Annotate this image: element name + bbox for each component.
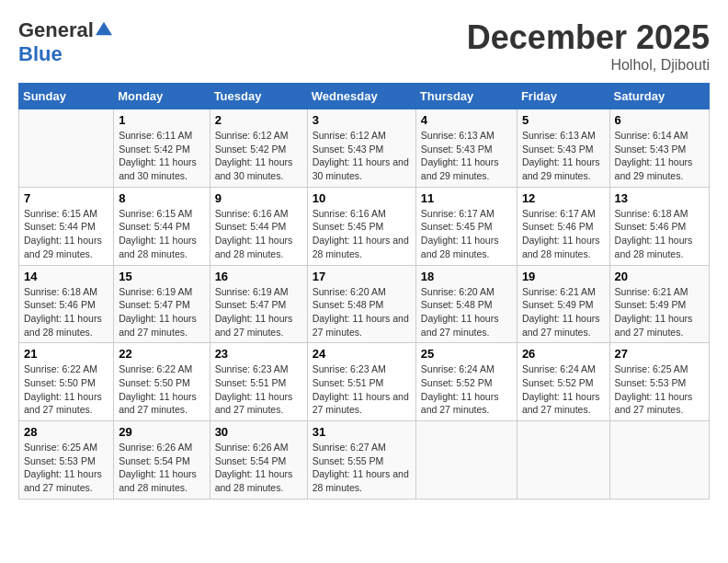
cell-info: Sunrise: 6:21 AMSunset: 5:49 PMDaylight:… — [522, 285, 605, 339]
day-number: 7 — [24, 191, 108, 205]
cell-info: Sunrise: 6:17 AMSunset: 5:46 PMDaylight:… — [522, 207, 605, 261]
cell-info: Sunrise: 6:24 AMSunset: 5:52 PMDaylight:… — [522, 362, 605, 417]
cell-info: Sunrise: 6:18 AMSunset: 5:46 PMDaylight:… — [24, 285, 108, 339]
day-number: 14 — [24, 270, 108, 283]
day-number: 29 — [119, 425, 204, 439]
day-number: 8 — [119, 191, 204, 205]
calendar-table: SundayMondayTuesdayWednesdayThursdayFrid… — [18, 83, 710, 500]
cell-info: Sunrise: 6:13 AMSunset: 5:43 PMDaylight:… — [421, 129, 512, 183]
day-number: 5 — [522, 113, 605, 127]
day-number: 22 — [119, 347, 204, 361]
day-number: 15 — [119, 270, 204, 283]
cell-info: Sunrise: 6:16 AMSunset: 5:45 PMDaylight:… — [313, 207, 411, 261]
day-header-tuesday: Tuesday — [210, 84, 307, 109]
calendar-cell — [415, 421, 517, 500]
calendar-cell: 23 Sunrise: 6:23 AMSunset: 5:51 PMDaylig… — [210, 343, 307, 421]
day-number: 9 — [215, 191, 302, 205]
calendar-cell: 9 Sunrise: 6:16 AMSunset: 5:44 PMDayligh… — [210, 187, 307, 265]
cell-info: Sunrise: 6:17 AMSunset: 5:45 PMDaylight:… — [421, 207, 512, 261]
day-number: 13 — [615, 191, 704, 205]
cell-info: Sunrise: 6:21 AMSunset: 5:49 PMDaylight:… — [615, 285, 704, 339]
calendar-cell: 8 Sunrise: 6:15 AMSunset: 5:44 PMDayligh… — [114, 187, 210, 265]
day-header-saturday: Saturday — [609, 84, 709, 109]
cell-info: Sunrise: 6:12 AMSunset: 5:43 PMDaylight:… — [313, 129, 411, 183]
calendar-cell: 27 Sunrise: 6:25 AMSunset: 5:53 PMDaylig… — [609, 343, 709, 421]
day-number: 11 — [421, 191, 512, 205]
day-header-wednesday: Wednesday — [307, 84, 415, 109]
calendar-cell — [517, 421, 609, 500]
cell-info: Sunrise: 6:20 AMSunset: 5:48 PMDaylight:… — [421, 285, 512, 339]
cell-info: Sunrise: 6:12 AMSunset: 5:42 PMDaylight:… — [215, 129, 302, 183]
cell-info: Sunrise: 6:25 AMSunset: 5:53 PMDaylight:… — [24, 441, 108, 495]
calendar-cell: 26 Sunrise: 6:24 AMSunset: 5:52 PMDaylig… — [517, 343, 609, 421]
calendar-cell: 12 Sunrise: 6:17 AMSunset: 5:46 PMDaylig… — [517, 187, 609, 265]
calendar-cell: 3 Sunrise: 6:12 AMSunset: 5:43 PMDayligh… — [307, 109, 415, 188]
calendar-cell: 13 Sunrise: 6:18 AMSunset: 5:46 PMDaylig… — [609, 187, 709, 265]
day-number: 16 — [215, 270, 302, 283]
cell-info: Sunrise: 6:23 AMSunset: 5:51 PMDaylight:… — [215, 362, 302, 417]
day-number: 30 — [215, 425, 302, 439]
svg-marker-0 — [96, 22, 112, 35]
cell-info: Sunrise: 6:24 AMSunset: 5:52 PMDaylight:… — [421, 362, 512, 417]
day-number: 31 — [313, 425, 411, 439]
month-title: December 2025 — [467, 18, 710, 57]
day-number: 23 — [215, 347, 302, 361]
calendar-cell: 10 Sunrise: 6:16 AMSunset: 5:45 PMDaylig… — [307, 187, 415, 265]
cell-info: Sunrise: 6:18 AMSunset: 5:46 PMDaylight:… — [615, 207, 704, 261]
day-number: 25 — [421, 347, 512, 361]
calendar-cell: 22 Sunrise: 6:22 AMSunset: 5:50 PMDaylig… — [114, 343, 210, 421]
day-number: 27 — [615, 347, 704, 361]
calendar-cell: 19 Sunrise: 6:21 AMSunset: 5:49 PMDaylig… — [517, 265, 609, 343]
day-number: 28 — [24, 425, 108, 439]
location: Holhol, Djibouti — [467, 57, 710, 74]
cell-info: Sunrise: 6:23 AMSunset: 5:51 PMDaylight:… — [313, 362, 411, 417]
day-number: 21 — [24, 347, 108, 361]
calendar-week-row: 14 Sunrise: 6:18 AMSunset: 5:46 PMDaylig… — [19, 265, 710, 343]
calendar-cell: 15 Sunrise: 6:19 AMSunset: 5:47 PMDaylig… — [114, 265, 210, 343]
cell-info: Sunrise: 6:13 AMSunset: 5:43 PMDaylight:… — [522, 129, 605, 183]
cell-info: Sunrise: 6:19 AMSunset: 5:47 PMDaylight:… — [119, 285, 204, 339]
day-number: 10 — [313, 191, 411, 205]
logo: General Blue — [18, 18, 112, 66]
calendar-week-row: 7 Sunrise: 6:15 AMSunset: 5:44 PMDayligh… — [19, 187, 710, 265]
calendar-cell: 2 Sunrise: 6:12 AMSunset: 5:42 PMDayligh… — [210, 109, 307, 188]
logo-blue-text: Blue — [18, 42, 63, 66]
day-header-friday: Friday — [517, 84, 609, 109]
calendar-cell: 24 Sunrise: 6:23 AMSunset: 5:51 PMDaylig… — [307, 343, 415, 421]
calendar-cell: 17 Sunrise: 6:20 AMSunset: 5:48 PMDaylig… — [307, 265, 415, 343]
day-number: 12 — [522, 191, 605, 205]
calendar-cell: 11 Sunrise: 6:17 AMSunset: 5:45 PMDaylig… — [415, 187, 517, 265]
cell-info: Sunrise: 6:26 AMSunset: 5:54 PMDaylight:… — [119, 441, 204, 495]
day-number: 19 — [522, 270, 605, 283]
calendar-cell: 31 Sunrise: 6:27 AMSunset: 5:55 PMDaylig… — [307, 421, 415, 500]
day-number: 20 — [615, 270, 704, 283]
calendar-cell: 5 Sunrise: 6:13 AMSunset: 5:43 PMDayligh… — [517, 109, 609, 188]
logo-general-text: General — [18, 18, 94, 42]
page-header: General Blue December 2025 Holhol, Djibo… — [18, 18, 710, 74]
cell-info: Sunrise: 6:22 AMSunset: 5:50 PMDaylight:… — [24, 362, 108, 417]
calendar-header-row: SundayMondayTuesdayWednesdayThursdayFrid… — [19, 84, 710, 109]
calendar-cell: 16 Sunrise: 6:19 AMSunset: 5:47 PMDaylig… — [210, 265, 307, 343]
cell-info: Sunrise: 6:15 AMSunset: 5:44 PMDaylight:… — [119, 207, 204, 261]
cell-info: Sunrise: 6:22 AMSunset: 5:50 PMDaylight:… — [119, 362, 204, 417]
calendar-cell: 28 Sunrise: 6:25 AMSunset: 5:53 PMDaylig… — [19, 421, 114, 500]
calendar-cell: 18 Sunrise: 6:20 AMSunset: 5:48 PMDaylig… — [415, 265, 517, 343]
calendar-cell: 6 Sunrise: 6:14 AMSunset: 5:43 PMDayligh… — [609, 109, 709, 188]
cell-info: Sunrise: 6:14 AMSunset: 5:43 PMDaylight:… — [615, 129, 704, 183]
calendar-week-row: 28 Sunrise: 6:25 AMSunset: 5:53 PMDaylig… — [19, 421, 710, 500]
calendar-week-row: 1 Sunrise: 6:11 AMSunset: 5:42 PMDayligh… — [19, 109, 710, 188]
calendar-cell: 7 Sunrise: 6:15 AMSunset: 5:44 PMDayligh… — [19, 187, 114, 265]
day-number: 1 — [119, 113, 204, 127]
calendar-cell — [19, 109, 114, 188]
calendar-cell: 1 Sunrise: 6:11 AMSunset: 5:42 PMDayligh… — [114, 109, 210, 188]
day-header-monday: Monday — [114, 84, 210, 109]
day-number: 24 — [313, 347, 411, 361]
calendar-cell: 4 Sunrise: 6:13 AMSunset: 5:43 PMDayligh… — [415, 109, 517, 188]
day-number: 2 — [215, 113, 302, 127]
day-number: 18 — [421, 270, 512, 283]
calendar-cell: 20 Sunrise: 6:21 AMSunset: 5:49 PMDaylig… — [609, 265, 709, 343]
cell-info: Sunrise: 6:25 AMSunset: 5:53 PMDaylight:… — [615, 362, 704, 417]
calendar-cell: 14 Sunrise: 6:18 AMSunset: 5:46 PMDaylig… — [19, 265, 114, 343]
cell-info: Sunrise: 6:26 AMSunset: 5:54 PMDaylight:… — [215, 441, 302, 495]
cell-info: Sunrise: 6:16 AMSunset: 5:44 PMDaylight:… — [215, 207, 302, 261]
